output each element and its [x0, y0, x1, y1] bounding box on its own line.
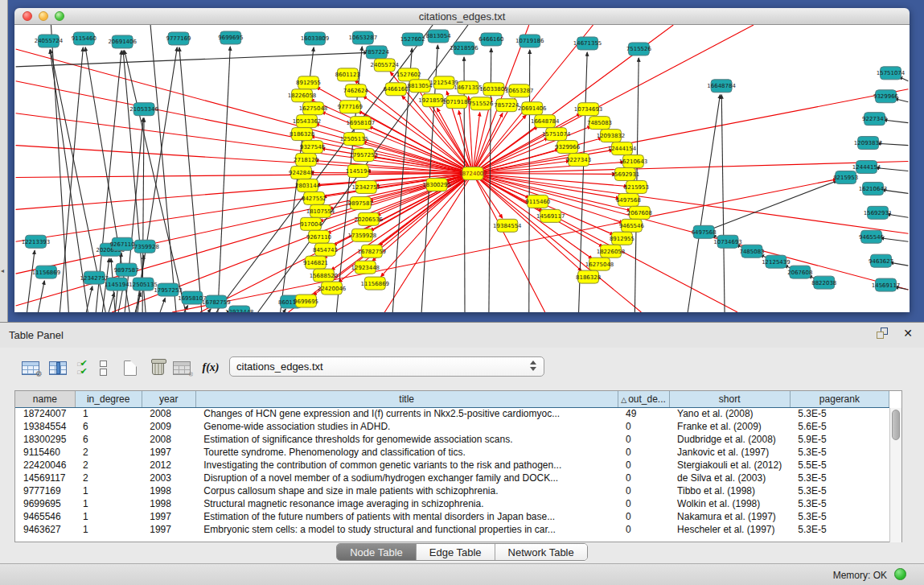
table-cell[interactable]: Wolkin et al. (1998): [669, 497, 790, 510]
network-node[interactable]: 9897587: [348, 196, 373, 209]
network-node[interactable]: 17359928: [348, 229, 376, 241]
network-window-titlebar[interactable]: citations_edges.txt: [14, 8, 910, 25]
network-node[interactable]: 12342757: [352, 180, 380, 193]
tab-network-table[interactable]: Network Table: [495, 544, 587, 560]
network-node[interactable]: 2067608: [627, 206, 652, 219]
network-node[interactable]: 8427552: [302, 192, 326, 204]
table-row[interactable]: 1872400712008Changes of HCN gene express…: [15, 407, 889, 420]
table-cell[interactable]: 1: [75, 523, 142, 536]
column-header-out_de[interactable]: △out_de...: [618, 391, 669, 407]
table-cell[interactable]: 18724007: [15, 407, 75, 420]
table-cell[interactable]: 9115460: [15, 446, 75, 459]
network-node[interactable]: 18107554: [306, 204, 335, 217]
table-cell[interactable]: Investigating the contribution of common…: [195, 459, 618, 472]
network-node[interactable]: 14671355: [573, 37, 602, 50]
network-node[interactable]: 6497568: [616, 193, 641, 206]
column-header-year[interactable]: year: [142, 391, 195, 407]
table-cell[interactable]: Corpus callosum shape and size in male p…: [195, 484, 618, 497]
table-row[interactable]: 946362711997Embryonic stem cells: a mode…: [15, 523, 889, 536]
table-cell[interactable]: 2: [75, 446, 142, 459]
network-node[interactable]: 8454743: [313, 243, 338, 256]
network-node[interactable]: 15692931: [864, 206, 892, 219]
table-cell[interactable]: 49: [618, 407, 669, 420]
network-node[interactable]: 11156869: [361, 277, 389, 290]
network-node[interactable]: 20691406: [518, 102, 546, 115]
table-cell[interactable]: 6: [75, 433, 142, 446]
network-node[interactable]: 9115460: [525, 195, 550, 208]
table-cell[interactable]: 14569117: [15, 472, 75, 484]
table-cell[interactable]: 9463627: [15, 523, 75, 536]
table-cell[interactable]: 5.6E-5: [790, 420, 889, 433]
tab-edge-table[interactable]: Edge Table: [417, 544, 495, 560]
network-node[interactable]: 8822038: [811, 276, 836, 289]
table-row[interactable]: 1456911722003Disruption of a novel membe…: [15, 472, 889, 484]
network-node[interactable]: 24055724: [35, 35, 64, 47]
network-node[interactable]: 10734693: [574, 103, 602, 116]
network-node[interactable]: 9329966: [555, 141, 580, 154]
network-node[interactable]: 10653287: [349, 31, 377, 44]
table-cell[interactable]: 0: [618, 523, 669, 536]
node-table-grid[interactable]: namein_degreeyeartitle△out_de...shortpag…: [15, 391, 889, 536]
network-node[interactable]: 10719186: [442, 96, 470, 109]
table-cell[interactable]: 1997: [142, 446, 195, 459]
table-cell[interactable]: 1: [75, 510, 142, 523]
network-node[interactable]: 8215953: [833, 171, 858, 183]
network-node[interactable]: 15751074: [877, 67, 906, 80]
network-node[interactable]: 8186328: [290, 128, 314, 141]
table-cell[interactable]: 18300295: [15, 433, 75, 446]
network-node[interactable]: 1145194: [105, 278, 130, 290]
network-node[interactable]: 22420046: [318, 282, 346, 295]
table-cell[interactable]: 1997: [142, 523, 195, 536]
network-node[interactable]: 9699695: [294, 295, 318, 307]
network-node[interactable]: 16648784: [707, 80, 736, 93]
table-cell[interactable]: 1998: [142, 497, 195, 510]
minimize-window-button[interactable]: [39, 11, 48, 21]
network-node[interactable]: 19384554: [493, 219, 522, 232]
memory-status-indicator[interactable]: [894, 568, 906, 580]
network-node[interactable]: 16782759: [202, 295, 230, 308]
network-node[interactable]: 9115460: [72, 32, 97, 45]
table-cell[interactable]: 5.3E-5: [790, 523, 889, 536]
network-canvas-svg[interactable]: 2405572491154602069140697771699699695160…: [14, 25, 910, 312]
network-node[interactable]: 6466160: [384, 83, 409, 96]
select-columns-icon[interactable]: □✔□✔: [71, 356, 93, 379]
network-node[interactable]: 1145194: [346, 165, 372, 178]
network-node[interactable]: 24055724: [371, 59, 400, 72]
network-node[interactable]: 8215953: [624, 180, 649, 193]
table-cell[interactable]: 2008: [142, 433, 195, 446]
network-node[interactable]: 19218596: [450, 42, 478, 55]
table-cell[interactable]: 0: [618, 510, 669, 523]
table-cell[interactable]: 2009: [142, 420, 195, 433]
network-node[interactable]: 6497568: [692, 225, 717, 238]
network-node[interactable]: 12093832: [597, 130, 625, 142]
network-node[interactable]: 12505135: [340, 133, 368, 146]
network-node[interactable]: 8912955: [296, 76, 321, 89]
tab-node-table[interactable]: Node Table: [337, 544, 417, 560]
network-node[interactable]: 21053346: [129, 103, 158, 116]
network-node[interactable]: 8813054: [426, 30, 452, 43]
table-cell[interactable]: 19384554: [15, 420, 75, 433]
table-cell[interactable]: 5.9E-5: [790, 433, 889, 446]
network-node[interactable]: 7857224: [364, 46, 390, 59]
network-node[interactable]: 9227343: [862, 113, 887, 126]
table-cell[interactable]: Estimation of significance thresholds fo…: [195, 433, 618, 446]
table-cell[interactable]: 5.3E-5: [790, 497, 889, 510]
table-row[interactable]: 1938455462009Genome-wide association stu…: [15, 420, 889, 433]
table-row[interactable]: 911546021997Tourette syndrome. Phenomeno…: [15, 446, 889, 459]
network-node[interactable]: 12923448: [351, 261, 380, 274]
table-cell[interactable]: Stergiakouli et al. (2012): [669, 459, 790, 472]
network-node[interactable]: 9242848: [289, 167, 314, 179]
network-node[interactable]: 12125439: [762, 255, 790, 268]
table-cell[interactable]: 0: [618, 472, 669, 484]
network-node[interactable]: 16210643: [859, 182, 887, 195]
table-row[interactable]: 946554611997Estimation of the future num…: [15, 510, 889, 523]
network-node[interactable]: 9463627: [869, 254, 893, 267]
table-cell[interactable]: Dudbridge et al. (2008): [669, 433, 790, 446]
column-header-pagerank[interactable]: pagerank: [790, 391, 889, 407]
network-node[interactable]: 15688520: [310, 269, 338, 282]
network-node[interactable]: 12213393: [22, 235, 50, 248]
network-node[interactable]: 10543362: [293, 115, 321, 128]
network-node[interactable]: 15692931: [611, 168, 639, 181]
delete-table-icon[interactable]: [146, 356, 169, 379]
left-dock-strip[interactable]: ◂: [0, 0, 8, 322]
